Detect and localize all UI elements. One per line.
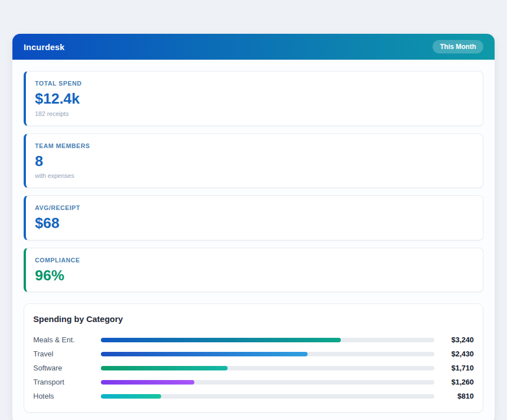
category-label: Transport — [33, 378, 101, 386]
category-value: $1,260 — [434, 378, 474, 386]
app-card: Incurdesk This Month TOTAL SPEND $12.4k … — [12, 34, 495, 420]
category-label: Travel — [33, 350, 101, 358]
stat-label: COMPLIANCE — [35, 257, 474, 263]
stat-card: TOTAL SPEND $12.4k 182 receipts — [24, 71, 483, 126]
bar-fill — [101, 366, 228, 370]
category-value: $3,240 — [434, 336, 474, 344]
stat-value: 96% — [35, 267, 474, 284]
bar-track — [101, 352, 434, 356]
category-value: $810 — [434, 392, 474, 400]
stat-sub: with expenses — [35, 172, 474, 179]
chart-row: Hotels $810 — [33, 389, 474, 403]
stat-label: TEAM MEMBERS — [35, 142, 474, 149]
category-value: $1,710 — [434, 364, 474, 372]
chart-title: Spending by Category — [33, 314, 474, 324]
category-label: Hotels — [33, 392, 101, 400]
time-range-badge[interactable]: This Month — [433, 40, 483, 53]
app-header: Incurdesk This Month — [12, 34, 495, 60]
stat-value: $68 — [35, 215, 474, 231]
stat-card: AVG/RECEIPT $68 — [24, 195, 483, 240]
stat-card: COMPLIANCE 96% — [24, 248, 483, 293]
bar-fill — [101, 380, 194, 385]
chart-row: Software $1,710 — [33, 361, 474, 375]
category-label: Meals & Ent. — [33, 336, 101, 344]
stat-label: TOTAL SPEND — [35, 80, 474, 87]
bar-fill — [101, 338, 341, 342]
chart-row: Transport $1,260 — [33, 375, 474, 389]
bar-track — [101, 366, 434, 370]
stat-value: 8 — [35, 153, 474, 169]
bar-track — [101, 380, 434, 385]
category-label: Software — [33, 364, 101, 372]
stat-card: TEAM MEMBERS 8 with expenses — [24, 133, 483, 189]
category-value: $2,430 — [434, 350, 474, 358]
bar-track — [101, 394, 434, 399]
bar-fill — [101, 352, 308, 356]
stat-value: $12.4k — [35, 91, 474, 107]
bar-track — [101, 338, 434, 342]
chart-row: Travel $2,430 — [33, 347, 474, 361]
bar-fill — [101, 394, 161, 399]
chart-row: Meals & Ent. $3,240 — [33, 333, 474, 347]
dashboard-content: TOTAL SPEND $12.4k 182 receipts TEAM MEM… — [12, 60, 495, 420]
stat-label: AVG/RECEIPT — [35, 204, 474, 211]
spending-by-category-card: Spending by Category Meals & Ent. $3,240… — [24, 303, 483, 413]
app-title: Incurdesk — [24, 42, 65, 52]
stat-sub: 182 receipts — [35, 110, 474, 117]
